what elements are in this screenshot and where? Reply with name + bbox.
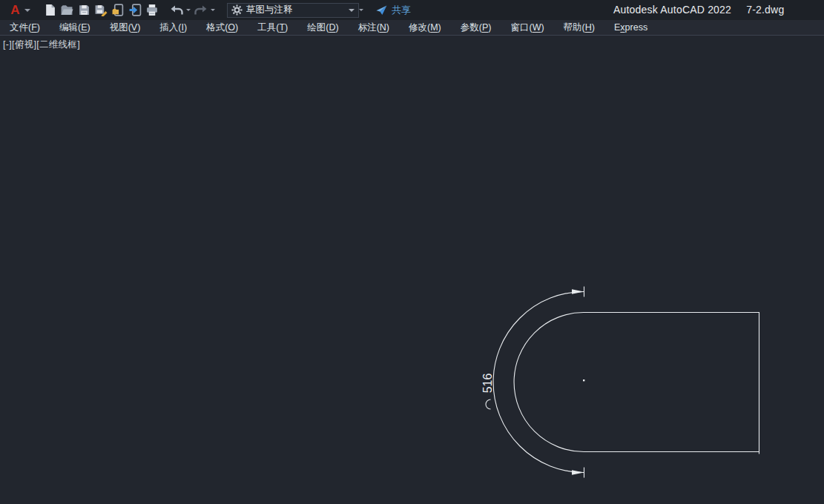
menu-express[interactable]: Express (604, 22, 657, 33)
menu-dimension[interactable]: 标注(N) (349, 21, 399, 34)
share-label: 共享 (392, 4, 411, 17)
logo-menu-caret-icon[interactable] (24, 9, 30, 12)
open-web-mobile-icon (111, 4, 125, 16)
share-plane-icon (374, 3, 389, 18)
undo-caret-icon[interactable] (186, 9, 191, 11)
undo-arrow-icon (170, 4, 183, 16)
menu-window[interactable]: 窗口(W) (501, 21, 553, 34)
menu-tools[interactable]: 工具(T) (248, 21, 297, 34)
redo-caret-icon[interactable] (211, 9, 215, 11)
menu-bar: 文件(F)编辑(E)视图(V)插入(I)格式(O)工具(T)绘图(D)标注(N)… (0, 20, 824, 36)
menu-view[interactable]: 视图(V) (100, 21, 151, 34)
drawing-canvas[interactable]: [-][俯视][二维线框] 516 (0, 36, 824, 504)
toolbar-flyout-chevron-icon[interactable] (359, 9, 363, 11)
workspace-label: 草图与注释 (246, 4, 349, 16)
product-name: Autodesk AutoCAD 2022 (613, 4, 731, 16)
save-web-mobile-icon (128, 4, 142, 16)
center-point[interactable] (583, 379, 584, 381)
printer-icon (145, 4, 159, 16)
open-from-web-mobile-button[interactable] (111, 3, 125, 18)
autocad-logo-icon[interactable]: A (6, 3, 24, 18)
menu-edit[interactable]: 编辑(E) (50, 21, 100, 34)
undo-button[interactable] (169, 3, 184, 18)
shape-outline[interactable] (514, 313, 759, 452)
share-button[interactable]: 共享 (374, 3, 411, 18)
save-button[interactable] (76, 3, 91, 18)
dimension-text[interactable]: 516 (481, 374, 494, 394)
save-as-icon (94, 4, 108, 16)
menu-insert[interactable]: 插入(I) (150, 21, 197, 34)
dimension-arc[interactable] (493, 292, 584, 473)
menu-format[interactable]: 格式(O) (197, 21, 248, 34)
model-space[interactable]: 516 (0, 36, 824, 504)
save-icon (78, 4, 90, 16)
menu-parametric[interactable]: 参数(P) (451, 21, 501, 34)
dimension-arrow-top (572, 289, 584, 294)
workspace-selector[interactable]: 草图与注释 (227, 3, 359, 18)
document-name: 7-2.dwg (746, 4, 784, 16)
plot-button[interactable] (145, 3, 159, 18)
window-title: Autodesk AutoCAD 2022 7-2.dwg (613, 0, 784, 20)
menu-draw[interactable]: 绘图(D) (297, 21, 348, 34)
menu-modify[interactable]: 修改(M) (399, 21, 451, 34)
title-bar: A (0, 0, 824, 20)
menu-help[interactable]: 帮助(H) (554, 21, 604, 34)
new-file-button[interactable] (42, 3, 57, 18)
dimension-arrow-bottom (572, 470, 584, 474)
workspace-caret-icon (349, 9, 355, 12)
menu-file[interactable]: 文件(F) (0, 21, 50, 34)
save-to-web-mobile-button[interactable] (128, 3, 142, 18)
redo-button[interactable] (194, 3, 208, 18)
open-folder-icon (60, 4, 73, 16)
gear-icon (231, 4, 243, 16)
redo-arrow-icon (194, 4, 208, 16)
save-as-button[interactable] (93, 3, 108, 18)
new-file-icon (44, 4, 56, 16)
open-file-button[interactable] (59, 3, 74, 18)
arc-length-symbol (486, 399, 491, 409)
